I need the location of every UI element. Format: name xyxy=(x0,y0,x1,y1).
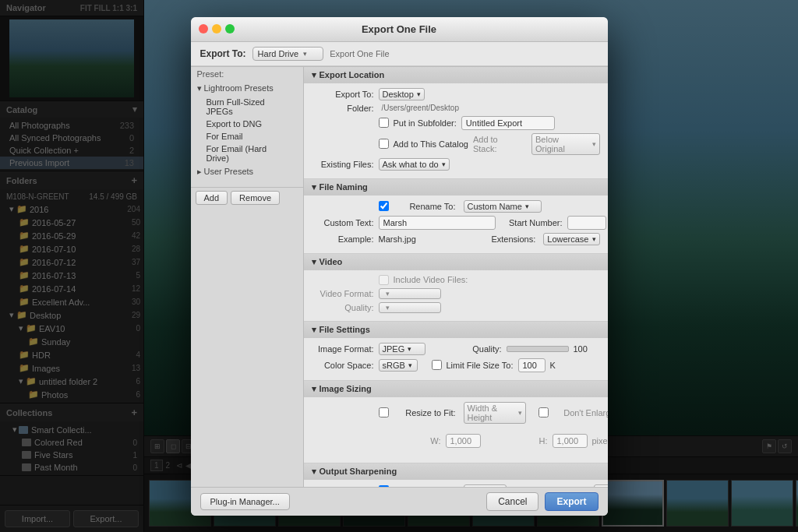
start-number-label: Start Number: xyxy=(500,218,563,227)
file-settings-header[interactable]: ▾ File Settings xyxy=(304,322,608,338)
loc-export-arrow: ▾ xyxy=(417,90,421,98)
example-label: Example: xyxy=(312,234,374,244)
location-export-to-row: Export To: Desktop ▾ xyxy=(312,88,600,100)
add-catalog-checkbox[interactable] xyxy=(379,139,389,149)
naming-collapse-icon: ▾ xyxy=(312,182,316,192)
image-sizing-section: ▾ Image Sizing Resize to Fit: Width & He… xyxy=(304,381,608,463)
video-content: Include Video Files: Video Format: ▾ Qua… xyxy=(304,270,608,321)
loc-export-to-value: Desktop xyxy=(383,90,414,99)
example-row: Example: Marsh.jpg Extensions: Lowercase… xyxy=(312,233,600,245)
existing-files-arrow: ▾ xyxy=(442,160,446,168)
preset-add-button[interactable]: Add xyxy=(196,191,228,205)
custom-text-row: Custom Text: Start Number: xyxy=(312,216,600,230)
resize-select[interactable]: Width & Height ▾ xyxy=(464,402,526,424)
start-number-input[interactable] xyxy=(567,216,606,230)
subfolder-checkbox[interactable] xyxy=(379,118,389,128)
extensions-arrow: ▾ xyxy=(592,235,596,243)
limit-size-unit: K xyxy=(550,361,556,370)
existing-files-row: Existing Files: Ask what to do ▾ xyxy=(312,158,600,171)
pixels-label: pixels xyxy=(592,436,608,446)
subfolder-text-label: Put in Subfolder: xyxy=(394,118,457,128)
user-presets-header[interactable]: ▸ User Presets xyxy=(191,164,303,179)
format-arrow: ▾ xyxy=(408,345,411,353)
video-format-arrow: ▾ xyxy=(386,290,390,298)
existing-files-label: Existing Files: xyxy=(312,160,374,169)
file-settings-label: File Settings xyxy=(320,325,370,334)
limit-size-input[interactable] xyxy=(518,358,546,372)
include-video-checkbox[interactable] xyxy=(379,275,389,285)
video-format-label: Video Format: xyxy=(312,289,374,298)
existing-files-value: Ask what to do xyxy=(383,160,439,169)
resize-checkbox[interactable] xyxy=(379,407,389,417)
plugin-manager-button[interactable]: Plug-in Manager... xyxy=(200,493,290,510)
preset-burn-jpeg[interactable]: Burn Full-Sized JPEGs xyxy=(191,96,303,118)
image-format-select[interactable]: JPEG ▾ xyxy=(379,343,425,355)
rename-to-select[interactable]: Custom Name ▾ xyxy=(464,200,542,213)
export-confirm-button[interactable]: Export xyxy=(545,492,598,511)
subfolder-input[interactable] xyxy=(461,116,555,130)
dialog-body: Preset: ▾ Lightroom Presets Burn Full-Si… xyxy=(191,66,608,487)
w-input[interactable] xyxy=(446,434,481,448)
loc-export-to-select[interactable]: Desktop ▾ xyxy=(379,88,425,100)
export-options: ▾ Export Location Export To: Desktop ▾ xyxy=(304,67,608,487)
video-header[interactable]: ▾ Video xyxy=(304,254,608,270)
h-input[interactable] xyxy=(553,434,588,448)
add-stack-label: Add to Stack: xyxy=(473,135,524,153)
file-settings-section: ▾ File Settings Image Format: JPEG ▾ Qua… xyxy=(304,322,608,381)
add-catalog-label: Add to This Catalog xyxy=(394,139,468,149)
image-sizing-header[interactable]: ▾ Image Sizing xyxy=(304,381,608,397)
extensions-label: Extensions: xyxy=(473,234,535,244)
video-quality-row: Quality: ▾ xyxy=(312,302,600,313)
extensions-select[interactable]: Lowercase ▾ xyxy=(543,233,599,245)
quality-value: 100 xyxy=(574,344,588,354)
export-to-select[interactable]: Hard Drive ▾ xyxy=(252,47,324,61)
existing-files-select[interactable]: Ask what to do ▾ xyxy=(379,158,450,171)
limit-size-label: Limit File Size To: xyxy=(447,361,514,370)
quality-slider[interactable] xyxy=(507,346,569,352)
add-catalog-row: Add to This Catalog Add to Stack: Below … xyxy=(312,133,600,155)
close-button[interactable] xyxy=(199,24,208,33)
file-naming-header[interactable]: ▾ File Naming xyxy=(304,179,608,196)
limit-size-checkbox[interactable] xyxy=(432,360,442,370)
below-original-arrow: ▾ xyxy=(592,140,596,148)
output-sharpening-header[interactable]: ▾ Output Sharpening xyxy=(304,463,608,480)
preset-remove-button[interactable]: Remove xyxy=(231,191,280,205)
sharpening-label: Output Sharpening xyxy=(320,467,397,476)
w-label: W: xyxy=(379,436,441,446)
minimize-button[interactable] xyxy=(212,24,221,33)
rename-to-label: Rename To: xyxy=(394,202,456,211)
image-format-value: JPEG xyxy=(383,344,405,354)
rename-arrow: ▾ xyxy=(525,203,529,210)
cancel-button[interactable]: Cancel xyxy=(486,492,538,511)
video-quality-select[interactable]: ▾ xyxy=(379,302,441,313)
lightroom-presets-header[interactable]: ▾ Lightroom Presets xyxy=(191,81,303,96)
dont-enlarge-label: Don't Enlarge xyxy=(553,408,608,417)
custom-text-input[interactable] xyxy=(379,216,496,230)
resize-row: Resize to Fit: Width & Height ▾ Don't En… xyxy=(312,402,600,424)
sizing-label: Image Sizing xyxy=(320,384,372,393)
color-space-select[interactable]: sRGB ▾ xyxy=(379,359,418,372)
example-value: Marsh.jpg xyxy=(379,234,416,244)
below-original-select[interactable]: Below Original ▾ xyxy=(531,133,600,155)
traffic-lights xyxy=(199,24,235,33)
dialog-title: Export One File xyxy=(200,23,598,35)
output-sharpening-section: ▾ Output Sharpening Sharpen For: Screen … xyxy=(304,463,608,487)
preset-export-dng[interactable]: Export to DNG xyxy=(191,118,303,130)
video-format-select[interactable]: ▾ xyxy=(379,288,441,299)
rename-to-checkbox[interactable] xyxy=(379,201,389,211)
export-one-file-label: Export One File xyxy=(330,49,598,58)
h-label: H: xyxy=(486,436,548,446)
dont-enlarge-checkbox[interactable] xyxy=(538,407,549,417)
maximize-button[interactable] xyxy=(225,24,235,33)
export-location-header[interactable]: ▾ Export Location xyxy=(304,67,608,83)
image-format-row: Image Format: JPEG ▾ Quality: 100 xyxy=(312,343,600,355)
preset-for-email-hd[interactable]: For Email (Hard Drive) xyxy=(191,143,303,164)
file-settings-content: Image Format: JPEG ▾ Quality: 100 Color … xyxy=(304,338,608,380)
image-format-label: Image Format: xyxy=(312,344,374,354)
presets-collapse-icon: ▾ xyxy=(197,83,202,93)
preset-for-email[interactable]: For Email xyxy=(191,130,303,143)
dialog-actions: Cancel Export xyxy=(486,492,598,511)
lightroom-presets-group: ▾ Lightroom Presets Burn Full-Sized JPEG… xyxy=(191,81,303,164)
export-to-value: Hard Drive xyxy=(258,49,299,58)
dialog-overlay: Export One File Export To: Hard Drive ▾ … xyxy=(0,0,798,532)
